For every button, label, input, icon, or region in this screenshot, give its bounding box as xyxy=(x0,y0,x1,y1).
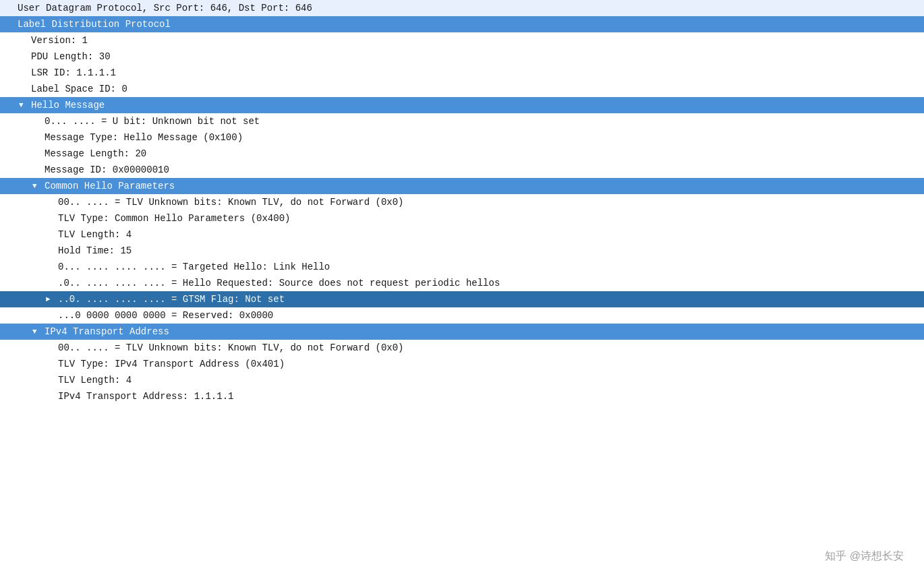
row-text-targeted-hello: 0... .... .... .... = Targeted Hello: Li… xyxy=(58,262,330,272)
row-text-message-type: Message Type: Hello Message (0x100) xyxy=(45,132,243,143)
tree-row-message-type: Message Type: Hello Message (0x100) xyxy=(0,129,924,146)
row-text-hello-message: Hello Message xyxy=(31,100,105,111)
row-text-hello-requested: .0.. .... .... .... = Hello Requested: S… xyxy=(58,278,500,288)
tree-row-tlv-length: TLV Length: 4 xyxy=(0,226,924,243)
row-text-u-bit: 0... .... = U bit: Unknown bit not set xyxy=(45,116,260,127)
row-text-ipv4-address: IPv4 Transport Address: 1.1.1.1 xyxy=(58,391,233,402)
expand-icon[interactable]: ► xyxy=(46,295,55,303)
row-text-tlv-length: TLV Length: 4 xyxy=(58,229,132,240)
tree-row-ldp-label-space: Label Space ID: 0 xyxy=(0,81,924,97)
row-text-reserved: ...0 0000 0000 0000 = Reserved: 0x0000 xyxy=(58,310,273,321)
tree-row-message-id: Message ID: 0x00000010 xyxy=(0,162,924,178)
row-text-ipv4-tlv-type: TLV Type: IPv4 Transport Address (0x401) xyxy=(58,359,285,369)
tree-row-tlv-unknown-bits: 00.. .... = TLV Unknown bits: Known TLV,… xyxy=(0,194,924,210)
tree-row-tlv-type: TLV Type: Common Hello Parameters (0x400… xyxy=(0,210,924,226)
tree-row-udp-header: User Datagram Protocol, Src Port: 646, D… xyxy=(0,0,924,16)
row-text-gtsm-flag: ..0. .... .... .... = GTSM Flag: Not set xyxy=(58,294,285,305)
row-text-ipv4-tlv-unknown: 00.. .... = TLV Unknown bits: Known TLV,… xyxy=(58,342,403,353)
row-text-tlv-unknown-bits: 00.. .... = TLV Unknown bits: Known TLV,… xyxy=(58,197,403,208)
row-text-ipv4-tlv-length: TLV Length: 4 xyxy=(58,375,132,386)
row-text-ldp-lsr-id: LSR ID: 1.1.1.1 xyxy=(31,67,116,78)
tree-row-gtsm-flag[interactable]: ►..0. .... .... .... = GTSM Flag: Not se… xyxy=(0,291,924,307)
row-text-udp-header: User Datagram Protocol, Src Port: 646, D… xyxy=(18,3,312,13)
tree-row-ipv4-transport[interactable]: ▼IPv4 Transport Address xyxy=(0,324,924,340)
collapse-icon[interactable]: ▼ xyxy=(32,328,42,336)
tree-row-ipv4-address: IPv4 Transport Address: 1.1.1.1 xyxy=(0,388,924,404)
tree-row-common-hello-params[interactable]: ▼Common Hello Parameters xyxy=(0,178,924,194)
row-text-tlv-type: TLV Type: Common Hello Parameters (0x400… xyxy=(58,213,290,224)
tree-row-ldp-header: Label Distribution Protocol xyxy=(0,16,924,32)
row-text-ipv4-transport: IPv4 Transport Address xyxy=(45,326,169,337)
tree-row-ldp-lsr-id: LSR ID: 1.1.1.1 xyxy=(0,65,924,81)
row-text-ldp-pdu-length: PDU Length: 30 xyxy=(31,51,111,62)
tree-row-u-bit: 0... .... = U bit: Unknown bit not set xyxy=(0,113,924,129)
tree-row-ipv4-tlv-length: TLV Length: 4 xyxy=(0,372,924,388)
tree-row-reserved: ...0 0000 0000 0000 = Reserved: 0x0000 xyxy=(0,307,924,324)
tree-row-ipv4-tlv-type: TLV Type: IPv4 Transport Address (0x401) xyxy=(0,356,924,372)
tree-row-message-length: Message Length: 20 xyxy=(0,146,924,162)
tree-row-ipv4-tlv-unknown: 00.. .... = TLV Unknown bits: Known TLV,… xyxy=(0,340,924,356)
row-text-ldp-label-space: Label Space ID: 0 xyxy=(31,84,127,94)
watermark: 知乎 @诗想长安 xyxy=(825,549,904,564)
tree-row-ldp-pdu-length: PDU Length: 30 xyxy=(0,49,924,65)
row-text-ldp-header: Label Distribution Protocol xyxy=(18,19,171,30)
row-text-common-hello-params: Common Hello Parameters xyxy=(45,181,175,191)
tree-row-hello-requested: .0.. .... .... .... = Hello Requested: S… xyxy=(0,275,924,291)
row-text-message-id: Message ID: 0x00000010 xyxy=(45,164,169,175)
row-text-hold-time: Hold Time: 15 xyxy=(58,245,132,256)
collapse-icon[interactable]: ▼ xyxy=(19,101,28,109)
tree-row-targeted-hello: 0... .... .... .... = Targeted Hello: Li… xyxy=(0,259,924,275)
packet-tree: User Datagram Protocol, Src Port: 646, D… xyxy=(0,0,924,404)
tree-row-hold-time: Hold Time: 15 xyxy=(0,243,924,259)
row-text-ldp-version: Version: 1 xyxy=(31,35,88,46)
tree-row-ldp-version: Version: 1 xyxy=(0,32,924,49)
collapse-icon[interactable]: ▼ xyxy=(32,182,42,190)
row-text-message-length: Message Length: 20 xyxy=(45,148,146,159)
tree-row-hello-message[interactable]: ▼Hello Message xyxy=(0,97,924,113)
